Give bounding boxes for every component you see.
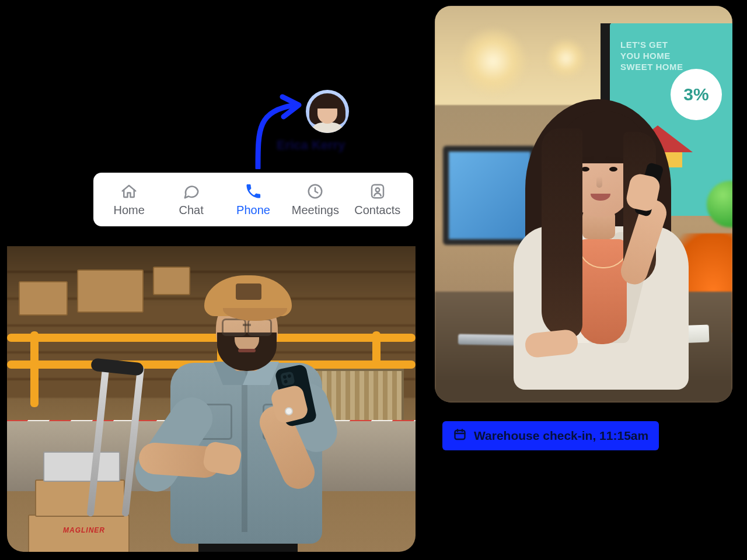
calendar-icon: [453, 428, 467, 444]
chat-icon: [183, 183, 200, 200]
contact-avatar: [306, 90, 349, 133]
poster-line: LET'S GET: [620, 40, 683, 51]
nav-contacts[interactable]: Contacts: [353, 183, 402, 217]
nav-meetings[interactable]: Meetings: [291, 183, 340, 217]
nav-label: Home: [114, 204, 145, 217]
phone-icon: [245, 183, 262, 200]
svg-rect-3: [455, 430, 465, 439]
nav-label: Meetings: [292, 204, 339, 217]
person-warehouse: [135, 258, 357, 552]
nav-label: Phone: [236, 204, 270, 217]
nav-label: Contacts: [354, 204, 400, 217]
calendar-event-chip[interactable]: Warehouse check-in, 11:15am: [442, 421, 659, 450]
svg-point-2: [376, 188, 380, 192]
contact-icon: [369, 183, 386, 200]
event-label: Warehouse check-in, 11:15am: [474, 429, 648, 443]
nav-home[interactable]: Home: [104, 183, 153, 217]
contact-name: Erica Kerry: [277, 138, 345, 153]
marketing-composite: LET'S GET YOU HOME SWEET HOME 3%: [0, 0, 747, 560]
poster-line: SWEET HOME: [620, 62, 683, 73]
nav-phone[interactable]: Phone: [229, 183, 278, 217]
arrow-icon: [249, 88, 319, 169]
nav-label: Chat: [179, 204, 203, 217]
cart-brand-label: MAGLINER: [63, 526, 105, 534]
person-office: [490, 76, 700, 379]
photo-warehouse-worker: MAGLINER: [7, 246, 416, 552]
poster-line: YOU HOME: [620, 51, 683, 62]
app-bottom-nav: Home Chat Phone Meetings Contacts: [93, 173, 413, 226]
home-icon: [120, 183, 138, 200]
clock-icon: [306, 183, 324, 200]
nav-chat[interactable]: Chat: [167, 183, 216, 217]
photo-office-woman: LET'S GET YOU HOME SWEET HOME 3%: [435, 6, 732, 402]
